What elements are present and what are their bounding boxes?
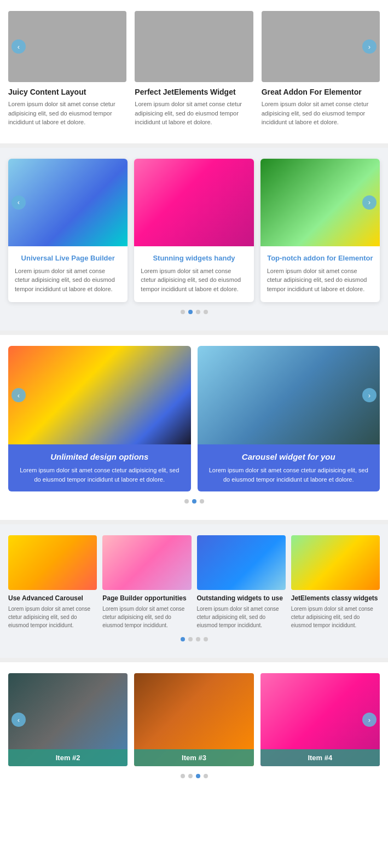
list-item: ‹ Universal Live Page Builder Lorem ipsu… xyxy=(8,159,128,303)
list-item: Page Builder opportunities Lorem ipsum d… xyxy=(102,535,191,629)
card-image-wrap xyxy=(8,535,97,590)
section3-cards: ‹ Unlimited design options Lorem ipsum d… xyxy=(8,346,380,491)
carousel-dots xyxy=(8,310,380,314)
card-title: Carousel widget for you xyxy=(206,452,372,461)
card-image-wrap: › xyxy=(198,346,380,444)
card-title: Outstanding widgets to use xyxy=(197,594,286,602)
card-title: Juicy Content Layout xyxy=(8,88,126,96)
card-caption: Carousel widget for you Lorem ipsum dolo… xyxy=(198,444,380,491)
card-body: Top-notch addon for Elementor Lorem ipsu… xyxy=(260,246,380,303)
list-item: › Great Addon For Elementor Lorem ipsum … xyxy=(262,11,380,127)
card-image xyxy=(197,535,286,590)
prev-arrow-button[interactable]: ‹ xyxy=(11,388,26,402)
section4-cards: Use Advanced Carousel Lorem ipsum dolor … xyxy=(8,535,380,629)
card-desc: Lorem ipsum dolor sit amet conse ctetur … xyxy=(291,605,380,629)
card-image xyxy=(134,159,253,246)
card-image-wrap xyxy=(291,535,380,590)
card-image xyxy=(291,535,380,590)
list-item: Perfect JetElements Widget Lorem ipsum d… xyxy=(135,11,253,127)
dot[interactable] xyxy=(204,774,208,778)
carousel-dots xyxy=(8,774,380,778)
section5-cards: ‹ Item #2 Item #3 › Item #4 xyxy=(8,673,380,766)
dot-active[interactable] xyxy=(181,637,185,641)
card-desc: Lorem ipsum dolor sit amet conse ctetur … xyxy=(135,100,253,127)
card-desc: Lorem ipsum dolor sit amet conse ctetur … xyxy=(206,466,372,484)
list-item: ‹ Juicy Content Layout Lorem ipsum dolor… xyxy=(8,11,126,127)
divider2 xyxy=(0,331,388,335)
card-desc: Lorem ipsum dolor sit amet conse ctetur … xyxy=(17,466,182,484)
next-arrow-button[interactable]: › xyxy=(362,39,377,54)
card-title: Universal Live Page Builder xyxy=(15,254,121,262)
card-image-wrap xyxy=(135,11,253,82)
card-title: Page Builder opportunities xyxy=(102,594,191,602)
item-label: Item #2 xyxy=(8,749,128,766)
dot[interactable] xyxy=(196,637,200,641)
card-desc: Lorem ipsum dolor sit amet conse ctetur … xyxy=(15,267,121,294)
section1-cards: ‹ Juicy Content Layout Lorem ipsum dolor… xyxy=(8,11,380,127)
card-image-wrap: ‹ xyxy=(8,159,128,246)
section4: Use Advanced Carousel Lorem ipsum dolor … xyxy=(0,524,388,658)
next-arrow-button[interactable]: › xyxy=(362,713,377,727)
item-label: Item #3 xyxy=(134,749,253,766)
card-image-wrap xyxy=(134,159,253,246)
card-desc: Lorem ipsum dolor sit amet conse ctetur … xyxy=(102,605,191,629)
card-desc: Lorem ipsum dolor sit amet conse ctetur … xyxy=(262,100,380,127)
card-image xyxy=(102,535,191,590)
divider1 xyxy=(0,143,388,148)
dot[interactable] xyxy=(188,637,193,641)
card-title: Use Advanced Carousel xyxy=(8,594,97,602)
card-body: Universal Live Page Builder Lorem ipsum … xyxy=(8,246,128,303)
dot[interactable] xyxy=(196,310,200,314)
list-item: Outstanding widgets to use Lorem ipsum d… xyxy=(197,535,286,629)
dot[interactable] xyxy=(204,310,208,314)
next-arrow-button[interactable]: › xyxy=(362,195,377,210)
card-image xyxy=(198,346,380,444)
list-item: › Item #4 xyxy=(260,673,380,766)
next-arrow-button[interactable]: › xyxy=(362,388,377,402)
card-desc: Lorem ipsum dolor sit amet conse ctetur … xyxy=(197,605,286,629)
list-item: JetElements classy widgets Lorem ipsum d… xyxy=(291,535,380,629)
card-title: Top-notch addon for Elementor xyxy=(267,254,373,262)
dot-active[interactable] xyxy=(196,774,200,778)
carousel-dots xyxy=(8,499,380,504)
card-image xyxy=(8,11,126,82)
section1: ‹ Juicy Content Layout Lorem ipsum dolor… xyxy=(0,0,388,143)
card-image xyxy=(8,346,191,444)
card-image-wrap: ‹ xyxy=(8,11,126,82)
prev-arrow-button[interactable]: ‹ xyxy=(11,39,26,54)
card-title: Perfect JetElements Widget xyxy=(135,88,253,96)
card-desc: Lorem ipsum dolor sit amet conse ctetur … xyxy=(267,267,373,294)
list-item: ‹ Unlimited design options Lorem ipsum d… xyxy=(8,346,191,491)
dot[interactable] xyxy=(184,499,189,504)
dot-active[interactable] xyxy=(188,310,193,314)
dot[interactable] xyxy=(188,774,193,778)
card-title: Stunning widgets handy xyxy=(141,254,247,262)
card-image-wrap xyxy=(197,535,286,590)
list-item: Item #3 xyxy=(134,673,253,766)
dot[interactable] xyxy=(181,774,185,778)
card-title: Great Addon For Elementor xyxy=(262,88,380,96)
card-desc: Lorem ipsum dolor sit amet conse ctetur … xyxy=(141,267,247,294)
list-item: Use Advanced Carousel Lorem ipsum dolor … xyxy=(8,535,97,629)
dot[interactable] xyxy=(181,310,185,314)
dot[interactable] xyxy=(200,499,204,504)
divider3 xyxy=(0,520,388,524)
list-item: › Carousel widget for you Lorem ipsum do… xyxy=(198,346,380,491)
carousel-dots xyxy=(8,637,380,641)
divider4 xyxy=(0,658,388,662)
section2: ‹ Universal Live Page Builder Lorem ipsu… xyxy=(0,148,388,331)
list-item: › Top-notch addon for Elementor Lorem ip… xyxy=(260,159,380,303)
dot[interactable] xyxy=(204,637,208,641)
section2-cards: ‹ Universal Live Page Builder Lorem ipsu… xyxy=(8,159,380,303)
card-desc: Lorem ipsum dolor sit amet conse ctetur … xyxy=(8,100,126,127)
card-caption: Unlimited design options Lorem ipsum dol… xyxy=(8,444,191,491)
prev-arrow-button[interactable]: ‹ xyxy=(11,195,26,210)
dot-active[interactable] xyxy=(192,499,196,504)
card-image-wrap xyxy=(102,535,191,590)
card-image xyxy=(135,11,253,82)
card-title: Unlimited design options xyxy=(17,452,182,461)
card-image-wrap: ‹ xyxy=(8,346,191,444)
card-desc: Lorem ipsum dolor sit amet conse ctetur … xyxy=(8,605,97,629)
card-image-wrap: › xyxy=(262,11,380,82)
prev-arrow-button[interactable]: ‹ xyxy=(11,713,26,727)
